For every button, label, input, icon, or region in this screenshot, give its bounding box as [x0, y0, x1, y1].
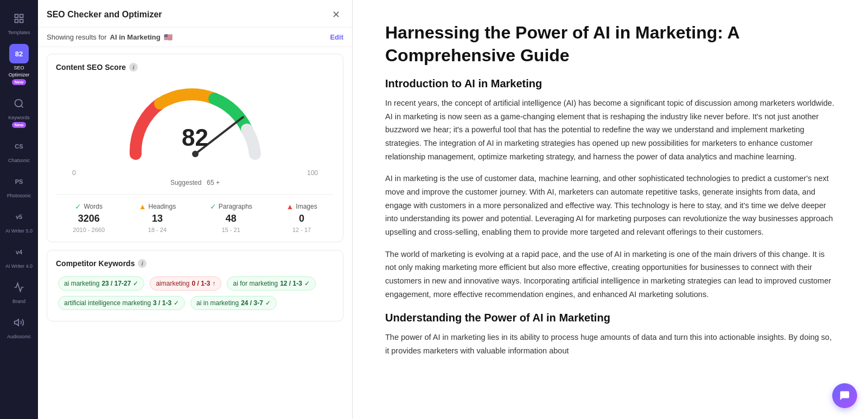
- paragraph-1-0: The power of AI in marketing lies in its…: [385, 331, 835, 357]
- sidebar-item-seo-label2: Optimizer: [9, 72, 30, 78]
- svg-rect-1: [20, 15, 23, 18]
- gauge-number: 82: [182, 126, 208, 150]
- document-area: Harnessing the Power of AI in Marketing:…: [353, 0, 868, 419]
- aiwriter4-icon: v4: [9, 242, 29, 262]
- keyword-status-2: ✓: [304, 280, 310, 287]
- chatsonic-icon: CS: [9, 137, 29, 156]
- sidebar-item-aiwriter4[interactable]: v4 AI Writer 4.0: [0, 238, 38, 273]
- keyword-tag-1[interactable]: aimarketing 0 / 1-3 ↑: [150, 276, 221, 291]
- sidebar-item-templates[interactable]: Templates: [0, 4, 38, 40]
- seo-score-card: Content SEO Score i: [47, 54, 343, 242]
- svg-rect-2: [15, 20, 18, 23]
- keyword-count-4: 24 / 3-7: [241, 299, 263, 307]
- images-warn-icon: ▲: [286, 202, 293, 211]
- keyword-status-4: ✓: [265, 299, 271, 307]
- keyword-count-3: 3 / 1-3: [153, 299, 171, 307]
- keywords-grid: ai marketing 23 / 17-27 ✓ aimarketing 0 …: [56, 274, 334, 312]
- gauge-max: 100: [307, 169, 318, 177]
- seo-panel: SEO Checker and Optimizer ✕ Showing resu…: [38, 0, 353, 419]
- stat-headings: ▲ Headings 13 18 - 24: [139, 202, 176, 233]
- paragraphs-range: 15 - 21: [222, 227, 240, 233]
- svg-rect-3: [20, 20, 23, 23]
- competitor-info-icon[interactable]: i: [138, 259, 146, 268]
- sidebar-item-seo-label: SEO: [14, 65, 24, 70]
- paragraph-0-0: In recent years, the concept of artifici…: [385, 96, 835, 163]
- templates-icon: [9, 9, 29, 28]
- sidebar-item-audiosonic-label: Audiosonic: [7, 334, 31, 339]
- photosonic-icon: PS: [9, 172, 29, 191]
- chat-bubble-button[interactable]: [832, 383, 857, 408]
- keyword-tag-4[interactable]: ai in marketing 24 / 3-7 ✓: [190, 296, 277, 310]
- seo-badge: New: [12, 79, 26, 85]
- keyword-text-2: ai for marketing: [233, 280, 278, 287]
- svg-point-4: [15, 100, 22, 107]
- panel-title: SEO Checker and Optimizer: [47, 10, 162, 20]
- stats-row: ✓ Words 3206 2010 - 2660 ▲ Headings 13 1…: [56, 194, 334, 233]
- competitor-keywords-card: Competitor Keywords i ai marketing 23 / …: [47, 250, 343, 321]
- keyword-status-0: ✓: [133, 280, 138, 287]
- images-value: 0: [299, 213, 304, 224]
- headings-range: 18 - 24: [148, 227, 167, 233]
- sidebar-item-aiwriter4-label: AI Writer 4.0: [5, 263, 33, 269]
- aiwriter5-icon: v5: [9, 207, 29, 227]
- words-check-icon: ✓: [75, 202, 81, 211]
- sidebar-item-photosonic[interactable]: PS Photosonic: [0, 167, 38, 203]
- stat-paragraphs: ✓ Paragraphs 48 15 - 21: [210, 202, 252, 233]
- edit-link[interactable]: Edit: [330, 33, 343, 41]
- seo-icon: 82: [9, 44, 29, 63]
- section-heading-1: Understanding the Power of AI in Marketi…: [385, 312, 835, 324]
- sidebar-item-brand-label: Brand: [12, 299, 25, 304]
- chat-icon: [839, 390, 851, 402]
- keyword-tag-0[interactable]: ai marketing 23 / 17-27 ✓: [58, 276, 144, 291]
- brand-icon: [9, 278, 29, 297]
- sidebar-item-aiwriter5[interactable]: v5 AI Writer 5.0: [0, 203, 38, 238]
- keywords-icon: [9, 94, 29, 113]
- sidebar-item-templates-label: Templates: [8, 30, 30, 35]
- section-heading-0: Introduction to AI in Marketing: [385, 78, 835, 90]
- keyword-text-1: aimarketing: [156, 280, 189, 287]
- score-info-icon[interactable]: i: [129, 63, 138, 72]
- headings-value: 13: [152, 213, 163, 224]
- close-button[interactable]: ✕: [329, 8, 343, 22]
- sidebar-item-seo[interactable]: 82 SEO Optimizer New: [0, 40, 38, 89]
- sidebar-item-keywords[interactable]: Keywords New: [0, 89, 38, 132]
- sidebar-item-keywords-label: Keywords: [8, 115, 30, 120]
- keyword-tag-2[interactable]: ai for marketing 12 / 1-3 ✓: [227, 276, 315, 291]
- subtitle-keyword: AI in Marketing: [110, 33, 161, 41]
- sidebar-item-brand[interactable]: Brand: [0, 273, 38, 308]
- gauge-score: 82: [182, 126, 208, 150]
- flag-icon: 🇺🇸: [164, 33, 173, 41]
- headings-label: Headings: [148, 203, 176, 210]
- panel-content: Content SEO Score i: [38, 47, 352, 419]
- keyword-text-4: ai in marketing: [196, 299, 239, 307]
- keyword-text-3: artificial intelligence marketing: [64, 299, 151, 307]
- keyword-status-3: ✓: [174, 299, 179, 307]
- svg-point-7: [192, 151, 199, 157]
- keyword-tag-3[interactable]: artificial intelligence marketing 3 / 1-…: [58, 296, 185, 310]
- sidebar-item-chatsonic-label: Chatsonic: [8, 158, 30, 163]
- images-range: 12 - 17: [292, 227, 311, 233]
- paragraph-0-1: AI in marketing is the use of customer d…: [385, 172, 835, 238]
- words-label: Words: [84, 203, 102, 210]
- sidebar-item-photosonic-label: Photosonic: [7, 193, 31, 198]
- paragraphs-check-icon: ✓: [210, 202, 216, 211]
- panel-header: SEO Checker and Optimizer ✕: [38, 0, 352, 28]
- panel-subtitle: Showing results for AI in Marketing 🇺🇸 E…: [38, 28, 352, 47]
- sidebar-item-chatsonic[interactable]: CS Chatsonic: [0, 132, 38, 167]
- images-label: Images: [296, 203, 317, 210]
- keyword-count-2: 12 / 1-3: [280, 280, 302, 287]
- keywords-badge: New: [12, 122, 26, 128]
- sidebar-item-audiosonic[interactable]: Audiosonic: [0, 308, 38, 344]
- subtitle-text: Showing results for AI in Marketing 🇺🇸: [47, 33, 173, 41]
- words-value: 3206: [78, 213, 100, 224]
- stat-images: ▲ Images 0 12 - 17: [286, 202, 317, 233]
- competitor-keywords-title: Competitor Keywords i: [56, 259, 334, 268]
- gauge-suggested: Suggested 65 +: [56, 179, 334, 186]
- subtitle-prefix: Showing results for: [47, 33, 107, 41]
- sidebar: Templates 82 SEO Optimizer New Keywords …: [0, 0, 38, 419]
- keyword-text-0: ai marketing: [64, 280, 99, 287]
- sidebar-item-aiwriter5-label: AI Writer 5.0: [5, 228, 33, 234]
- headings-warn-icon: ▲: [139, 202, 146, 211]
- keyword-count-0: 23 / 17-27: [101, 280, 131, 287]
- gauge-min: 0: [72, 169, 76, 177]
